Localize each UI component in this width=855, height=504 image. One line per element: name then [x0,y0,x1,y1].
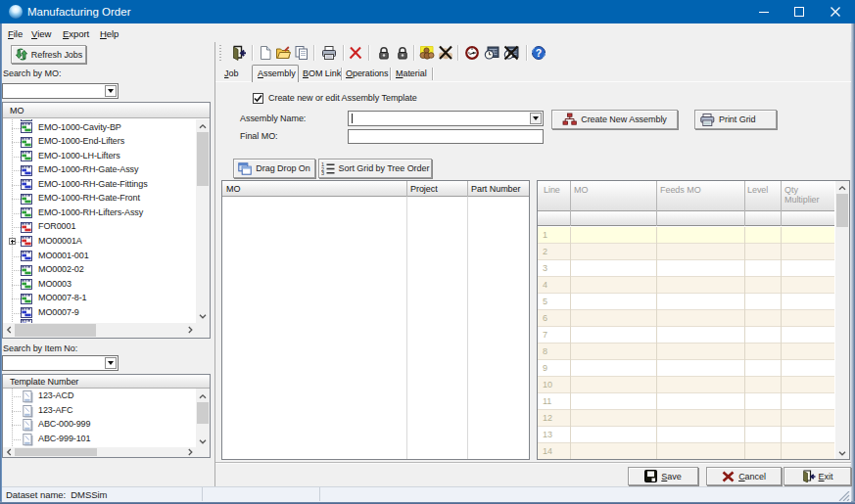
svg-text:?: ? [536,47,542,59]
svg-text:3: 3 [321,170,324,175]
